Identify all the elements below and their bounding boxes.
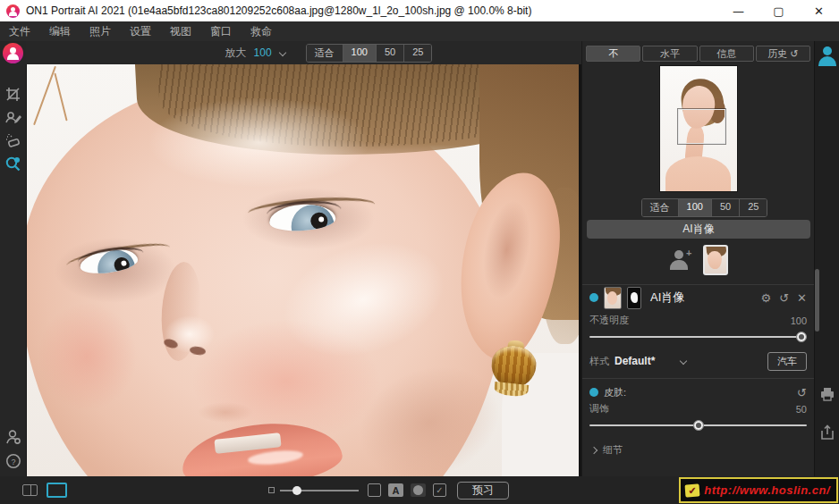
nav-zoom-50-button[interactable]: 50	[712, 199, 740, 216]
pane-header: AI肖像 ⚙ ↺ ✕	[582, 285, 814, 310]
left-toolbar: ?	[0, 41, 26, 476]
auto-button[interactable]: 汽车	[767, 352, 807, 371]
canvas-area	[26, 64, 581, 476]
panel-scrollbar[interactable]	[815, 269, 819, 332]
single-view-icon[interactable]	[47, 483, 67, 498]
navigator	[582, 64, 814, 193]
mask-view-icon[interactable]	[368, 483, 381, 497]
minimize-button[interactable]: —	[718, 0, 758, 21]
opacity-slider[interactable]	[589, 332, 807, 342]
menu-edit[interactable]: 编辑	[49, 24, 71, 39]
zoom-label: 放大	[225, 46, 247, 61]
compare-view-icon[interactable]	[22, 484, 38, 496]
zoom-fit-button[interactable]: 适合	[307, 45, 343, 62]
zoom-100-button[interactable]: 100	[343, 45, 377, 62]
detected-face-thumbnail[interactable]	[703, 245, 728, 275]
svg-text:?: ?	[11, 457, 15, 466]
nav-zoom-100-button[interactable]: 100	[679, 199, 712, 216]
help-icon[interactable]: ?	[4, 451, 22, 470]
layer-enabled-dot[interactable]	[589, 293, 598, 302]
navigator-zoom-group: 适合 100 50 25	[641, 198, 768, 217]
watermark-url: http://www.hoslin.cn/	[704, 483, 830, 497]
window-controls: — ▢ ✕	[718, 0, 839, 21]
style-chevron-icon[interactable]	[680, 357, 687, 365]
nav-shoulders	[665, 156, 730, 191]
ai-portrait-section-button[interactable]: AI肖像	[587, 220, 810, 239]
add-face-icon[interactable]: +	[669, 249, 692, 271]
detail-expand-icon[interactable]	[591, 447, 597, 453]
menu-file[interactable]: 文件	[9, 24, 30, 39]
menu-settings[interactable]: 设置	[130, 24, 151, 39]
nav-zoom-fit-button[interactable]: 适合	[642, 199, 679, 216]
face-brush-tool-icon[interactable]	[4, 108, 22, 127]
skin-reset-icon[interactable]: ↺	[797, 386, 807, 399]
reset-icon[interactable]: ↺	[779, 292, 789, 304]
navigator-thumbnail[interactable]	[660, 66, 737, 191]
tab-info[interactable]: 信息	[699, 46, 754, 62]
menu-bar: 文件 编辑 照片 设置 视图 窗口 救命	[0, 21, 839, 41]
tab-history[interactable]: 历史 ↺	[756, 46, 810, 62]
cheek-blush-left	[38, 303, 137, 410]
right-edge-strip	[814, 41, 839, 476]
philtrum-shadow	[198, 402, 253, 423]
tab-history-label: 历史	[767, 47, 787, 61]
close-button[interactable]: ✕	[799, 0, 839, 21]
maximize-button[interactable]: ▢	[758, 0, 799, 21]
print-icon[interactable]	[818, 385, 836, 403]
window-title: ON1 Portrait AI 2021 (01e4aa5bfd123ca801…	[26, 4, 531, 17]
opacity-row: 不透明度 100	[582, 314, 814, 327]
opacity-value: 100	[791, 315, 807, 326]
nav-zoom-25-button[interactable]: 25	[740, 199, 767, 216]
portrait-ai-tool-icon[interactable]	[3, 43, 23, 63]
zoom-preset-group: 适合 100 50 25	[306, 44, 433, 63]
preview-button[interactable]: 预习	[457, 482, 509, 500]
menu-window[interactable]: 窗口	[210, 24, 232, 39]
app-window: ON1 Portrait AI 2021 (01e4aa5bfd123ca801…	[0, 0, 839, 504]
zoom-50-button[interactable]: 50	[377, 45, 404, 62]
zoom-toolbar: 放大 100 适合 100 50 25	[26, 41, 581, 64]
soft-proof-icon[interactable]	[411, 483, 426, 497]
menu-help[interactable]: 救命	[250, 24, 272, 39]
remove-pane-icon[interactable]: ✕	[797, 292, 807, 304]
portrait-photo[interactable]	[27, 64, 579, 476]
opacity-slider-handle[interactable]	[796, 332, 807, 342]
crop-tool-icon[interactable]	[4, 85, 22, 104]
size-small-icon	[268, 487, 275, 493]
menu-view[interactable]: 视图	[170, 24, 191, 39]
retouch-slider[interactable]	[589, 420, 807, 431]
history-undo-icon: ↺	[790, 48, 798, 60]
skin-label: 皮肤:	[604, 386, 626, 399]
faces-row: +	[582, 245, 814, 275]
style-value[interactable]: Default*	[614, 355, 655, 367]
detail-label: 细节	[603, 443, 623, 457]
app-logo-icon	[6, 4, 20, 18]
layer-face-thumbnail[interactable]	[604, 287, 622, 309]
text-overlay-icon[interactable]: A	[388, 483, 403, 497]
chevron-down-icon[interactable]	[279, 49, 286, 56]
right-panel: 不 水平 信息 历史 ↺	[581, 41, 814, 476]
menu-photo[interactable]: 照片	[89, 24, 111, 39]
tab-levels[interactable]: 水平	[642, 46, 697, 62]
layer-mask-thumbnail[interactable]	[627, 287, 641, 309]
divider	[582, 378, 814, 379]
presets-person-icon[interactable]	[818, 46, 836, 66]
navigator-view-rectangle[interactable]	[678, 109, 725, 144]
tab-navigator[interactable]: 不	[586, 46, 640, 62]
account-icon[interactable]	[4, 427, 22, 446]
detail-row[interactable]: 细节	[582, 443, 814, 457]
skin-enabled-dot[interactable]	[589, 388, 598, 397]
retouch-value: 50	[796, 404, 807, 415]
export-icon[interactable]	[818, 424, 836, 441]
hair-wisp	[33, 66, 56, 125]
thumbnail-size-slider[interactable]	[280, 486, 359, 495]
zoom-view-tool-icon[interactable]	[4, 155, 22, 173]
thumbnail-size-handle[interactable]	[292, 486, 301, 495]
retouch-slider-handle[interactable]	[693, 420, 704, 431]
checkbox-icon[interactable]: ✓	[433, 483, 446, 497]
gear-icon[interactable]: ⚙	[761, 292, 772, 304]
watermark-check-icon: ✔	[685, 483, 700, 497]
opacity-label: 不透明度	[589, 314, 629, 327]
eraser-tool-icon[interactable]	[4, 131, 22, 150]
zoom-25-button[interactable]: 25	[404, 45, 431, 62]
zoom-value[interactable]: 100	[254, 46, 272, 59]
